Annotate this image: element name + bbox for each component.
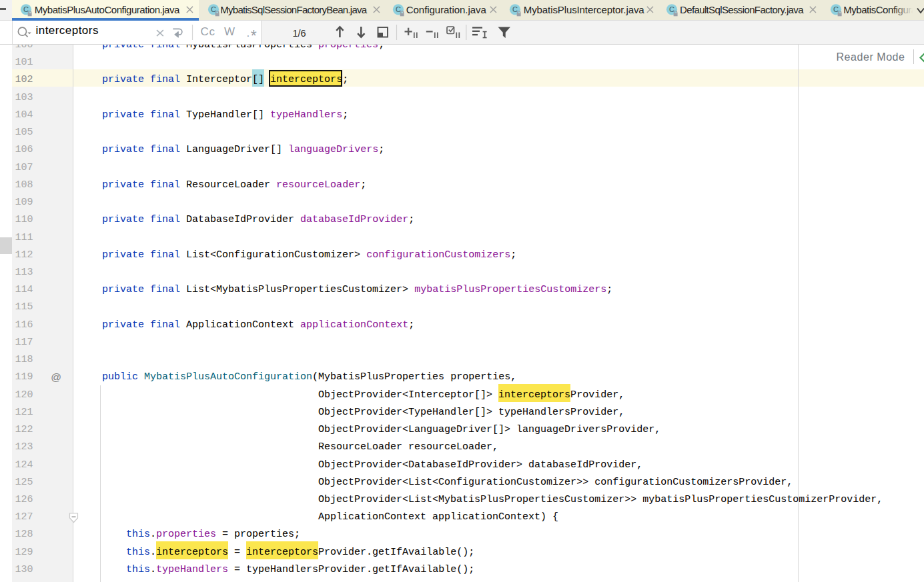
svg-text:C: C [833,5,839,13]
svg-text:C: C [23,5,29,13]
svg-text:C: C [211,5,216,13]
svg-text:C: C [396,5,401,13]
svg-text:C: C [512,5,518,13]
svg-text:C: C [669,5,674,13]
